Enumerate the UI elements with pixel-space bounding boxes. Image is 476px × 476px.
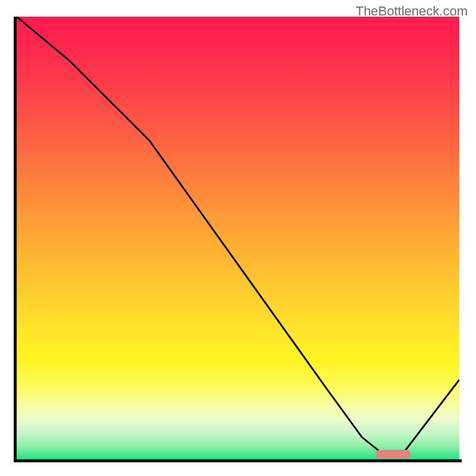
chart-plot-area [17, 17, 459, 459]
optimal-range-marker [375, 450, 411, 458]
x-axis-line [14, 459, 462, 462]
watermark-text: TheBottleneck.com [356, 4, 468, 19]
bottleneck-curve [17, 17, 459, 459]
